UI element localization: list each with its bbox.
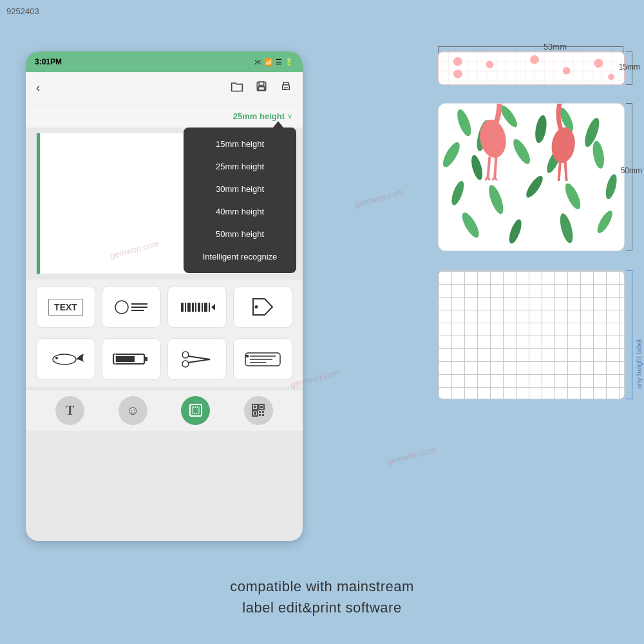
footer-line2: label edit&print software	[0, 597, 644, 618]
svg-rect-12	[187, 303, 191, 312]
svg-rect-5	[284, 89, 287, 90]
svg-rect-40	[254, 406, 256, 408]
svg-rect-35	[190, 404, 202, 416]
dropdown-menu: 15mm height 25mm height 30mm height 40mm…	[184, 128, 296, 273]
status-icons: ⯵ 📶 ☰ 🔋	[254, 58, 294, 66]
svg-point-55	[455, 108, 474, 137]
svg-point-20	[255, 305, 258, 308]
svg-point-61	[440, 140, 463, 169]
svg-point-63	[510, 137, 533, 166]
svg-point-51	[530, 55, 539, 64]
svg-rect-41	[260, 406, 263, 408]
emoji-tool-button[interactable]: ☺	[118, 396, 147, 425]
qr-tool-button[interactable]	[244, 396, 273, 425]
watermark4: gemwon.com	[354, 187, 404, 209]
template-barcode1[interactable]	[102, 286, 161, 328]
svg-point-58	[533, 115, 548, 144]
svg-rect-15	[198, 303, 200, 312]
svg-point-85	[555, 104, 567, 104]
template-grid-row1: TEXT	[26, 279, 303, 334]
phone-toolbar: ‹	[26, 72, 303, 104]
height-selector-label: 25mm height	[233, 111, 285, 121]
folder-icon[interactable]	[231, 80, 243, 95]
svg-rect-44	[262, 411, 264, 413]
svg-marker-19	[211, 304, 215, 310]
frame-tool-button[interactable]	[181, 396, 210, 425]
footer-line1: compatible with mainstream	[0, 576, 644, 597]
frame-icon	[188, 402, 204, 418]
svg-rect-16	[202, 303, 203, 312]
label-any-height	[438, 270, 625, 399]
svg-rect-18	[209, 303, 210, 312]
svg-point-21	[53, 354, 76, 365]
svg-line-87	[565, 162, 567, 181]
dropdown-item-25mm[interactable]: 25mm height	[184, 155, 296, 178]
svg-line-81	[488, 177, 489, 180]
svg-point-62	[469, 154, 485, 181]
svg-rect-45	[259, 414, 261, 416]
svg-point-72	[507, 218, 524, 245]
svg-point-68	[524, 174, 545, 200]
svg-point-28	[182, 361, 189, 367]
phone-mockup: 3:01PM ⯵ 📶 ☰ 🔋 ‹	[26, 52, 303, 541]
status-bar: 3:01PM ⯵ 📶 ☰ 🔋	[26, 52, 303, 72]
signal-icon: ☰	[276, 58, 282, 66]
svg-line-83	[495, 177, 497, 180]
template-fish[interactable]	[36, 338, 95, 380]
text-tool-button[interactable]: T	[55, 396, 84, 425]
battery-icon: 🔋	[285, 58, 294, 66]
template-grid-row2	[26, 332, 303, 386]
dropdown-arrow	[273, 121, 283, 128]
template-tag[interactable]	[233, 286, 292, 328]
svg-point-53	[594, 59, 603, 68]
template-text-label: TEXT	[48, 299, 83, 316]
save-icon[interactable]	[255, 80, 268, 95]
svg-point-54	[608, 74, 614, 80]
template-barcode2[interactable]	[167, 286, 227, 328]
qr-icon	[251, 402, 266, 418]
svg-point-52	[563, 67, 571, 75]
template-scissors[interactable]	[167, 338, 227, 380]
height-selector-arrow: ∨	[287, 112, 292, 120]
svg-rect-13	[192, 303, 194, 312]
svg-point-50	[486, 61, 493, 68]
bracket-any-height	[626, 270, 632, 399]
dropdown-item-30mm[interactable]: 30mm height	[184, 178, 296, 200]
svg-point-27	[182, 352, 189, 358]
svg-point-6	[115, 301, 128, 314]
svg-rect-43	[259, 411, 261, 413]
dropdown-item-40mm[interactable]: 40mm height	[184, 200, 296, 223]
svg-rect-36	[193, 407, 199, 413]
template-label4[interactable]	[233, 338, 292, 380]
template-battery-label[interactable]	[102, 338, 161, 380]
print-icon[interactable]	[279, 80, 292, 95]
dropdown-item-50mm[interactable]: 50mm height	[184, 223, 296, 245]
svg-point-71	[459, 211, 482, 240]
svg-rect-25	[115, 356, 135, 362]
svg-rect-2	[259, 87, 265, 90]
svg-rect-17	[204, 303, 207, 312]
svg-point-49	[453, 70, 462, 78]
svg-rect-10	[181, 303, 184, 312]
bluetooth-icon: ⯵	[254, 58, 261, 66]
svg-rect-1	[259, 82, 264, 85]
template-text[interactable]: TEXT	[36, 286, 95, 328]
svg-point-69	[562, 182, 583, 211]
svg-rect-11	[185, 303, 186, 312]
svg-point-70	[603, 173, 619, 200]
label-50mm	[438, 103, 625, 251]
back-button[interactable]: ‹	[36, 81, 40, 95]
dropdown-item-15mm[interactable]: 15mm height	[184, 133, 296, 155]
svg-point-66	[449, 180, 466, 207]
strawberry-pattern	[439, 52, 624, 84]
svg-rect-4	[284, 88, 288, 88]
height-selector[interactable]: 25mm height ∨	[26, 104, 303, 128]
dim-15mm-label: 15mm	[619, 62, 640, 71]
emoji-icon: ☺	[126, 403, 139, 418]
dropdown-item-intelligent[interactable]: Intelligent recognize	[184, 245, 296, 268]
svg-point-67	[486, 184, 506, 216]
text-icon: T	[66, 403, 74, 418]
dim-50mm-label: 50mm	[621, 166, 642, 175]
canvas-green-bar	[37, 133, 40, 274]
svg-line-78	[488, 156, 489, 177]
